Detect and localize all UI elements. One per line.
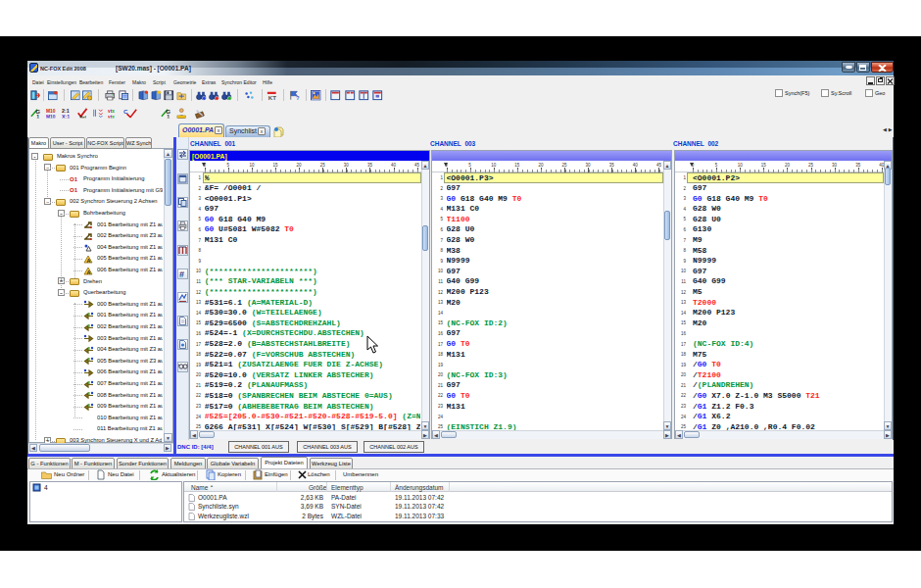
svg-text:X:1: X:1 bbox=[62, 113, 70, 118]
svg-text:Ref: Ref bbox=[80, 114, 87, 118]
svg-text:A: A bbox=[86, 269, 90, 274]
svg-text:vtx: vtx bbox=[108, 114, 115, 118]
svg-text:vtx: vtx bbox=[108, 109, 115, 114]
svg-text:KT: KT bbox=[268, 93, 276, 100]
svg-text:#: # bbox=[179, 270, 184, 279]
svg-text:?: ? bbox=[296, 94, 300, 100]
svg-text:1: 1 bbox=[167, 113, 170, 118]
svg-text:C: C bbox=[123, 108, 128, 115]
svg-text:1: 1 bbox=[36, 113, 39, 118]
svg-text:A: A bbox=[86, 257, 90, 263]
svg-text:M10: M10 bbox=[46, 109, 56, 114]
svg-text:M10: M10 bbox=[46, 114, 56, 118]
